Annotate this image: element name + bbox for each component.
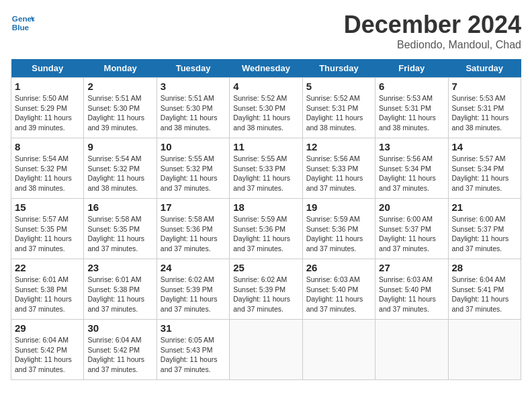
day-number: 26 (306, 262, 371, 273)
day-info: Sunrise: 6:00 AMSunset: 5:37 PMDaylight:… (452, 215, 509, 253)
day-number: 19 (306, 201, 371, 213)
day-number: 25 (233, 262, 298, 273)
table-row: 30Sunrise: 6:04 AMSunset: 5:42 PMDayligh… (84, 320, 157, 380)
table-row: 21Sunrise: 6:00 AMSunset: 5:37 PMDayligh… (448, 199, 521, 259)
day-number: 27 (379, 262, 444, 273)
table-row: 5Sunrise: 5:52 AMSunset: 5:31 PMDaylight… (302, 78, 375, 138)
table-row: 19Sunrise: 5:59 AMSunset: 5:36 PMDayligh… (302, 199, 375, 259)
header-sunday: Sunday (11, 59, 84, 78)
table-row: 18Sunrise: 5:59 AMSunset: 5:36 PMDayligh… (230, 199, 302, 259)
week-row: 8Sunrise: 5:54 AMSunset: 5:32 PMDaylight… (11, 138, 521, 199)
table-row: 8Sunrise: 5:54 AMSunset: 5:32 PMDaylight… (11, 138, 84, 199)
day-info: Sunrise: 5:58 AMSunset: 5:35 PMDaylight:… (87, 215, 144, 253)
day-number: 14 (452, 141, 517, 152)
day-info: Sunrise: 5:56 AMSunset: 5:33 PMDaylight:… (306, 154, 363, 192)
day-number: 23 (87, 262, 152, 273)
day-info: Sunrise: 5:56 AMSunset: 5:34 PMDaylight:… (379, 154, 436, 192)
calendar-table: Sunday Monday Tuesday Wednesday Thursday… (11, 59, 521, 380)
day-info: Sunrise: 6:04 AMSunset: 5:42 PMDaylight:… (15, 336, 72, 373)
day-number: 7 (452, 81, 517, 92)
day-number: 24 (161, 262, 226, 273)
day-info: Sunrise: 5:59 AMSunset: 5:36 PMDaylight:… (306, 215, 363, 253)
day-info: Sunrise: 6:03 AMSunset: 5:40 PMDaylight:… (306, 275, 363, 313)
table-row: 28Sunrise: 6:04 AMSunset: 5:41 PMDayligh… (448, 259, 521, 320)
day-info: Sunrise: 6:04 AMSunset: 5:42 PMDaylight:… (87, 336, 144, 373)
calendar-subtitle: Bediondo, Mandoul, Chad (344, 39, 521, 51)
table-row: 23Sunrise: 6:01 AMSunset: 5:38 PMDayligh… (84, 259, 157, 320)
day-number: 6 (379, 81, 444, 92)
day-info: Sunrise: 6:00 AMSunset: 5:37 PMDaylight:… (379, 215, 436, 253)
table-row: 9Sunrise: 5:54 AMSunset: 5:32 PMDaylight… (84, 138, 157, 199)
day-number: 11 (233, 141, 298, 152)
day-info: Sunrise: 5:53 AMSunset: 5:31 PMDaylight:… (379, 94, 436, 132)
day-number: 30 (87, 322, 152, 334)
day-info: Sunrise: 6:04 AMSunset: 5:41 PMDaylight:… (452, 275, 509, 313)
table-row: 6Sunrise: 5:53 AMSunset: 5:31 PMDaylight… (375, 78, 448, 138)
table-row: 25Sunrise: 6:02 AMSunset: 5:39 PMDayligh… (230, 259, 302, 320)
day-number: 15 (15, 201, 80, 213)
day-info: Sunrise: 6:02 AMSunset: 5:39 PMDaylight:… (233, 275, 290, 313)
day-number: 10 (161, 141, 226, 152)
table-row: 22Sunrise: 6:01 AMSunset: 5:38 PMDayligh… (11, 259, 84, 320)
day-number: 1 (15, 81, 80, 92)
table-row: 11Sunrise: 5:55 AMSunset: 5:33 PMDayligh… (230, 138, 302, 199)
day-number: 31 (161, 322, 226, 334)
header-row: Sunday Monday Tuesday Wednesday Thursday… (11, 59, 521, 78)
table-row: 13Sunrise: 5:56 AMSunset: 5:34 PMDayligh… (375, 138, 448, 199)
day-info: Sunrise: 5:55 AMSunset: 5:32 PMDaylight:… (161, 154, 218, 192)
day-info: Sunrise: 6:02 AMSunset: 5:39 PMDaylight:… (161, 275, 218, 313)
day-info: Sunrise: 5:53 AMSunset: 5:31 PMDaylight:… (452, 94, 509, 132)
table-row: 17Sunrise: 5:58 AMSunset: 5:36 PMDayligh… (157, 199, 229, 259)
day-info: Sunrise: 5:54 AMSunset: 5:32 PMDaylight:… (15, 154, 72, 192)
day-info: Sunrise: 6:01 AMSunset: 5:38 PMDaylight:… (87, 275, 144, 313)
title-section: December 2024 Bediondo, Mandoul, Chad (344, 11, 521, 51)
week-row: 29Sunrise: 6:04 AMSunset: 5:42 PMDayligh… (11, 320, 521, 380)
table-row: 27Sunrise: 6:03 AMSunset: 5:40 PMDayligh… (375, 259, 448, 320)
day-number: 17 (161, 201, 226, 213)
table-row: 16Sunrise: 5:58 AMSunset: 5:35 PMDayligh… (84, 199, 157, 259)
day-number: 29 (15, 322, 80, 334)
header-thursday: Thursday (302, 59, 375, 78)
day-info: Sunrise: 6:03 AMSunset: 5:40 PMDaylight:… (379, 275, 436, 313)
day-number: 18 (233, 201, 298, 213)
table-row: 2Sunrise: 5:51 AMSunset: 5:30 PMDaylight… (84, 78, 157, 138)
day-info: Sunrise: 5:52 AMSunset: 5:30 PMDaylight:… (233, 94, 290, 132)
header-saturday: Saturday (448, 59, 521, 78)
day-info: Sunrise: 6:05 AMSunset: 5:43 PMDaylight:… (161, 336, 218, 373)
day-number: 8 (15, 141, 80, 152)
day-number: 16 (87, 201, 152, 213)
day-info: Sunrise: 5:57 AMSunset: 5:34 PMDaylight:… (452, 154, 509, 192)
table-row: 3Sunrise: 5:51 AMSunset: 5:30 PMDaylight… (157, 78, 229, 138)
day-info: Sunrise: 5:59 AMSunset: 5:36 PMDaylight:… (233, 215, 290, 253)
empty-cell (302, 320, 375, 380)
table-row: 29Sunrise: 6:04 AMSunset: 5:42 PMDayligh… (11, 320, 84, 380)
logo: General Blue (11, 11, 35, 35)
calendar-title: December 2024 (344, 11, 521, 39)
day-info: Sunrise: 5:57 AMSunset: 5:35 PMDaylight:… (15, 215, 72, 253)
day-number: 28 (452, 262, 517, 273)
header-tuesday: Tuesday (157, 59, 229, 78)
day-number: 22 (15, 262, 80, 273)
day-info: Sunrise: 5:51 AMSunset: 5:30 PMDaylight:… (87, 94, 144, 132)
day-number: 5 (306, 81, 371, 92)
table-row: 24Sunrise: 6:02 AMSunset: 5:39 PMDayligh… (157, 259, 229, 320)
svg-text:Blue: Blue (12, 23, 30, 32)
day-number: 9 (87, 141, 152, 152)
day-number: 12 (306, 141, 371, 152)
day-info: Sunrise: 5:51 AMSunset: 5:30 PMDaylight:… (161, 94, 218, 132)
table-row: 12Sunrise: 5:56 AMSunset: 5:33 PMDayligh… (302, 138, 375, 199)
day-number: 3 (161, 81, 226, 92)
table-row: 14Sunrise: 5:57 AMSunset: 5:34 PMDayligh… (448, 138, 521, 199)
week-row: 15Sunrise: 5:57 AMSunset: 5:35 PMDayligh… (11, 199, 521, 259)
day-number: 13 (379, 141, 444, 152)
table-row: 7Sunrise: 5:53 AMSunset: 5:31 PMDaylight… (448, 78, 521, 138)
table-row: 1Sunrise: 5:50 AMSunset: 5:29 PMDaylight… (11, 78, 84, 138)
page-header: General Blue December 2024 Bediondo, Man… (11, 11, 521, 51)
header-monday: Monday (84, 59, 157, 78)
empty-cell (375, 320, 448, 380)
day-info: Sunrise: 6:01 AMSunset: 5:38 PMDaylight:… (15, 275, 72, 313)
day-number: 21 (452, 201, 517, 213)
day-info: Sunrise: 5:55 AMSunset: 5:33 PMDaylight:… (233, 154, 290, 192)
day-info: Sunrise: 5:58 AMSunset: 5:36 PMDaylight:… (161, 215, 218, 253)
table-row: 20Sunrise: 6:00 AMSunset: 5:37 PMDayligh… (375, 199, 448, 259)
